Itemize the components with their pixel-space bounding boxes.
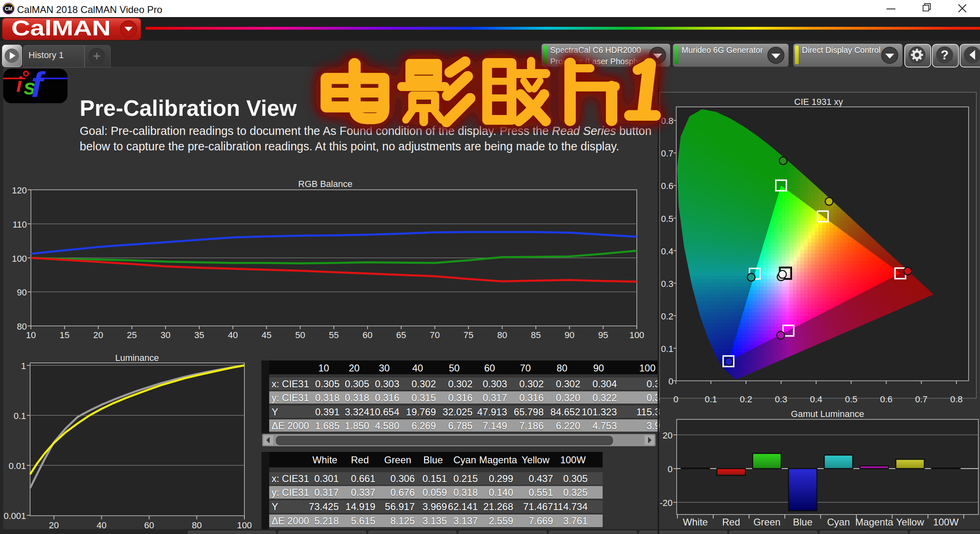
svg-text:0.7: 0.7 [661,148,673,158]
svg-text:70: 70 [430,330,440,340]
svg-text:25: 25 [127,330,137,340]
svg-text:20: 20 [663,430,673,441]
svg-text:Green: Green [754,517,781,527]
svg-text:30: 30 [161,330,170,340]
svg-text:80: 80 [17,321,27,332]
svg-text:0.6: 0.6 [880,394,893,404]
svg-text:0.2: 0.2 [661,311,673,321]
svg-text:20: 20 [93,330,103,340]
svg-text:0.8: 0.8 [661,116,673,126]
svg-text:50: 50 [295,330,305,340]
svg-text:0: 0 [673,394,678,404]
svg-text:110: 110 [13,219,27,230]
svg-text:Cyan: Cyan [827,517,850,527]
svg-text:White: White [683,517,708,527]
svg-text:65: 65 [396,330,406,340]
svg-text:0.6: 0.6 [661,181,673,191]
svg-text:Red: Red [722,517,740,527]
svg-text:CM: CM [5,6,13,12]
svg-text:100: 100 [629,330,645,340]
svg-text:RGB Balance: RGB Balance [298,179,352,189]
svg-text:Gamut Luminance: Gamut Luminance [791,409,864,419]
svg-text:0.3: 0.3 [775,394,788,404]
svg-text:0.7: 0.7 [915,394,928,404]
svg-text:-20: -20 [660,498,673,508]
svg-text:0.8: 0.8 [950,394,963,404]
svg-text:100W: 100W [933,517,959,527]
svg-text:0: 0 [668,464,673,474]
svg-text:40: 40 [228,330,237,340]
svg-text:15: 15 [60,330,70,340]
svg-text:45: 45 [261,330,271,340]
svg-text:0.5: 0.5 [661,214,673,224]
svg-text:100: 100 [12,254,27,264]
svg-text:0: 0 [669,376,673,386]
svg-text:0.4: 0.4 [810,394,823,404]
svg-text:Yellow: Yellow [896,517,924,527]
svg-text:85: 85 [531,330,540,340]
svg-text:0.01: 0.01 [9,461,26,471]
svg-text:0.1: 0.1 [13,411,26,421]
svg-text:60: 60 [363,330,372,340]
svg-text:10: 10 [26,330,36,340]
svg-text:90: 90 [17,287,27,297]
svg-text:Luminance: Luminance [115,353,159,363]
svg-text:0.2: 0.2 [740,394,752,404]
svg-text:CIE 1931 xy: CIE 1931 xy [794,97,843,107]
svg-text:80: 80 [497,330,507,340]
svg-text:35: 35 [194,330,204,340]
svg-text:?: ? [941,48,949,62]
svg-text:75: 75 [464,330,473,340]
svg-text:95: 95 [598,330,608,340]
svg-text:0.4: 0.4 [661,246,673,256]
svg-text:55: 55 [329,330,339,340]
svg-text:Blue: Blue [793,517,812,527]
svg-text:90: 90 [564,330,574,340]
svg-text:0.3: 0.3 [661,279,673,289]
svg-text:0.1: 0.1 [661,344,673,354]
svg-text:0.001: 0.001 [4,511,26,521]
svg-text:Magenta: Magenta [855,517,893,527]
svg-text:0.5: 0.5 [845,394,858,404]
svg-text:1: 1 [21,361,26,371]
svg-text:i: i [16,73,23,96]
svg-text:0.1: 0.1 [705,394,717,404]
svg-text:120: 120 [12,185,27,195]
